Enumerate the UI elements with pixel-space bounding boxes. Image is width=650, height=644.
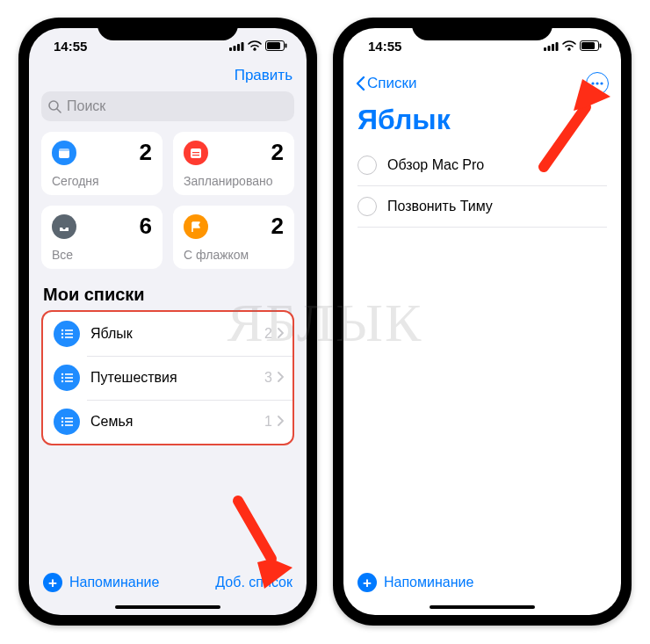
new-reminder-label: Напоминание: [384, 575, 473, 590]
back-label: Списки: [367, 75, 416, 92]
navbar: Списки: [343, 63, 621, 98]
inbox-icon: [52, 214, 76, 239]
my-lists-group: Яблык 2 Путешествия 3: [41, 310, 294, 445]
phone-left: 14:55 Править Поиск: [18, 18, 317, 626]
svg-rect-34: [544, 47, 546, 51]
complete-circle[interactable]: [358, 156, 377, 175]
card-all[interactable]: 6 Все: [41, 206, 162, 269]
card-all-label: Все: [52, 248, 152, 262]
list-item-label: Яблык: [90, 326, 264, 342]
search-input[interactable]: Поиск: [41, 91, 294, 121]
wifi-icon: [248, 40, 262, 51]
back-button[interactable]: Списки: [356, 75, 416, 92]
svg-rect-10: [59, 148, 69, 151]
bottom-toolbar: + Напоминание: [343, 564, 621, 601]
bottom-toolbar: + Напоминание Доб. список: [29, 564, 307, 601]
phone-right: 14:55 Списки Яблык: [333, 18, 632, 626]
notch: [412, 18, 552, 40]
plus-circle-icon: +: [358, 573, 377, 592]
svg-rect-0: [229, 47, 232, 51]
navbar: Править: [29, 63, 307, 91]
svg-rect-15: [65, 329, 73, 331]
svg-rect-3: [242, 42, 244, 51]
list-item-label: Путешествия: [90, 370, 264, 386]
list-item-count: 3: [264, 370, 272, 386]
reminder-item[interactable]: Обзор Mac Pro: [358, 145, 607, 186]
svg-point-18: [61, 336, 63, 338]
svg-rect-11: [191, 148, 201, 158]
list-item-label: Семья: [90, 414, 264, 430]
svg-rect-19: [65, 336, 73, 338]
new-reminder-button[interactable]: + Напоминание: [358, 573, 473, 592]
my-lists-title: Мои списки: [29, 269, 307, 310]
cellular-icon: [229, 41, 244, 51]
flag-icon: [184, 214, 208, 239]
svg-point-30: [61, 424, 63, 426]
complete-circle[interactable]: [358, 197, 377, 216]
svg-rect-13: [192, 155, 199, 156]
battery-icon: [580, 40, 602, 51]
list-item-count: 1: [264, 414, 272, 430]
svg-rect-17: [65, 333, 73, 335]
notch: [98, 18, 238, 40]
svg-point-42: [596, 82, 598, 84]
more-options-button[interactable]: [586, 72, 609, 95]
svg-rect-27: [65, 417, 73, 419]
svg-rect-37: [556, 42, 559, 51]
card-flagged-label: С флажком: [184, 248, 284, 262]
svg-point-14: [61, 329, 63, 331]
svg-point-43: [600, 82, 603, 84]
search-placeholder: Поиск: [67, 98, 105, 114]
home-indicator[interactable]: [430, 605, 535, 609]
edit-button[interactable]: Править: [235, 67, 292, 84]
svg-rect-31: [65, 424, 73, 426]
list-icon: [54, 409, 80, 435]
card-scheduled-count: 2: [271, 141, 284, 163]
list-item-yablyk[interactable]: Яблык 2: [43, 312, 292, 356]
cellular-icon: [544, 41, 559, 51]
svg-rect-35: [548, 46, 551, 51]
card-scheduled[interactable]: 2 Запланировано: [173, 132, 294, 195]
card-scheduled-label: Запланировано: [184, 174, 284, 188]
card-today[interactable]: 2 Сегодня: [41, 132, 162, 195]
reminder-text: Обзор Mac Pro: [387, 157, 484, 173]
calendar-icon: [184, 141, 208, 165]
svg-point-24: [61, 380, 63, 382]
svg-rect-1: [234, 46, 236, 51]
list-title: Яблык: [343, 98, 621, 145]
chevron-right-icon: [278, 414, 284, 430]
svg-rect-21: [65, 373, 73, 375]
svg-point-28: [61, 421, 63, 423]
card-flagged[interactable]: 2 С флажком: [173, 206, 294, 269]
reminder-item[interactable]: Позвонить Тиму: [358, 186, 607, 228]
card-today-count: 2: [140, 141, 152, 163]
status-icons: [229, 40, 287, 51]
svg-rect-36: [552, 44, 554, 51]
chevron-right-icon: [278, 370, 284, 386]
search-icon: [48, 100, 61, 113]
smart-lists-grid: 2 Сегодня 2 Запланировано: [29, 132, 307, 269]
svg-rect-2: [237, 44, 240, 51]
new-reminder-button[interactable]: + Напоминание: [43, 573, 159, 592]
reminder-text: Позвонить Тиму: [387, 199, 493, 214]
card-all-count: 6: [140, 214, 152, 237]
status-time: 14:55: [54, 39, 87, 54]
svg-point-22: [61, 377, 63, 379]
list-item-travel[interactable]: Путешествия 3: [43, 356, 292, 400]
status-time: 14:55: [368, 39, 401, 54]
screen-reminders-home: 14:55 Править Поиск: [29, 28, 307, 615]
svg-rect-29: [65, 421, 73, 423]
card-flagged-count: 2: [271, 214, 284, 237]
wifi-icon: [562, 40, 576, 51]
svg-point-20: [61, 373, 63, 375]
home-indicator[interactable]: [115, 605, 220, 609]
list-item-family[interactable]: Семья 1: [43, 400, 292, 444]
new-reminder-label: Напоминание: [69, 575, 159, 590]
svg-rect-6: [285, 44, 287, 48]
svg-rect-5: [267, 42, 280, 49]
svg-point-16: [61, 333, 63, 335]
svg-point-26: [61, 417, 63, 419]
svg-line-8: [57, 109, 61, 112]
add-list-button[interactable]: Доб. список: [215, 575, 292, 590]
plus-circle-icon: +: [43, 573, 62, 592]
